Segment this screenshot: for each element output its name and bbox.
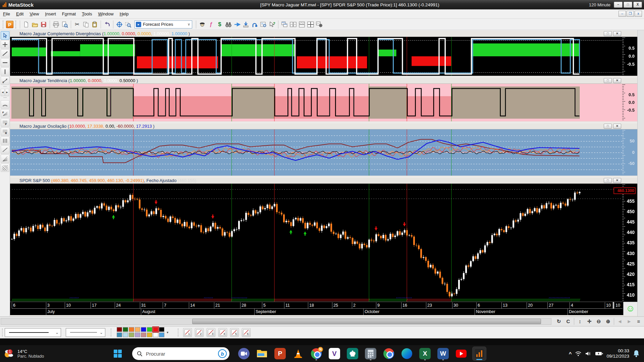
panel-maximize-button[interactable]: □ — [604, 78, 612, 83]
fan-lines-tool[interactable] — [1, 155, 9, 163]
panel-close-button[interactable]: ✕ — [613, 78, 621, 83]
taskbar-chat-app-icon[interactable] — [237, 347, 251, 361]
taskbar-chrome-icon[interactable] — [382, 347, 396, 361]
chart-vertical-scrollbar[interactable] — [637, 30, 644, 316]
explorer-button[interactable] — [198, 20, 207, 29]
menu-format[interactable]: Format — [59, 10, 79, 18]
panel-close-button[interactable]: ✕ — [613, 178, 621, 183]
cascade-windows-button[interactable] — [280, 20, 289, 29]
horizontal-scrollbar[interactable] — [1, 318, 551, 325]
taskbar-chess-icon[interactable]: ♚ — [345, 347, 360, 361]
fib-retracement-tool[interactable]: R — [1, 127, 9, 136]
color-swatch[interactable] — [141, 333, 146, 337]
panel-close-button[interactable]: ✕ — [613, 124, 621, 129]
taskbar-metastock-icon[interactable] — [472, 347, 486, 361]
color-swatch[interactable] — [159, 327, 164, 332]
fit-vertical-button[interactable]: ↕ — [575, 317, 585, 325]
trend-template-button-4[interactable]: 4 — [218, 328, 227, 337]
trendline-tool[interactable] — [1, 49, 9, 58]
search-input[interactable]: Procurar b — [132, 347, 229, 360]
color-swatch[interactable] — [135, 333, 140, 337]
panel-maximize-button[interactable]: □ — [604, 124, 612, 129]
color-swatch[interactable] — [117, 333, 122, 337]
fib-fan-tool[interactable]: F — [1, 109, 9, 118]
menu-tools[interactable]: Tools — [79, 10, 95, 18]
palette-more-arrow[interactable]: ▾ — [167, 330, 168, 334]
paste-button[interactable] — [90, 20, 99, 29]
open-button[interactable] — [31, 20, 39, 29]
line-weight-dropdown[interactable]: ⌄ — [66, 328, 105, 337]
refresh-button[interactable]: ↻ — [554, 317, 564, 325]
taskbar-calculator-icon[interactable] — [364, 347, 378, 361]
sl-line-tool[interactable]: SL — [1, 76, 9, 85]
taskbar-excel-icon[interactable]: X — [418, 347, 432, 361]
trend-template-button-2[interactable]: 2 — [195, 328, 204, 337]
properties-button[interactable]: P — [5, 20, 14, 29]
trend-template-button-1[interactable]: 1 — [183, 328, 192, 337]
battery-icon[interactable] — [595, 351, 603, 356]
mdi-minimize-button[interactable]: – — [619, 11, 626, 17]
data-window-button[interactable]: ≡ — [634, 317, 643, 325]
color-swatch[interactable] — [129, 327, 134, 332]
cut-button[interactable]: ✂ — [73, 20, 82, 29]
taskbar-powerpoint-icon[interactable]: P — [273, 347, 287, 361]
price-style-combobox[interactable]: ▸Forecast Prices∨ — [135, 20, 192, 28]
clock-widget[interactable]: 00:33 09/12/2023 — [606, 348, 629, 359]
pointer-tool[interactable] — [1, 31, 9, 40]
line-style-dropdown[interactable]: ⌄ — [5, 328, 61, 337]
volume-icon[interactable] — [585, 351, 592, 356]
wifi-icon[interactable] — [575, 351, 582, 356]
start-button[interactable] — [111, 347, 125, 361]
tray-chevron-icon[interactable]: ^ — [569, 351, 572, 357]
color-swatch[interactable] — [153, 333, 158, 337]
dollar-button[interactable]: $ — [215, 20, 224, 29]
color-swatch[interactable] — [159, 333, 164, 337]
taskbar-youtube-icon[interactable] — [454, 347, 468, 361]
page-back-button[interactable]: ◄ — [615, 317, 625, 325]
menu-file[interactable]: File — [0, 10, 13, 18]
trend-template-button-6[interactable]: 6 — [242, 328, 251, 337]
menu-help[interactable]: Help — [117, 10, 132, 18]
color-swatch[interactable] — [153, 327, 158, 332]
taskbar-chrome-n-icon[interactable]: N — [309, 347, 323, 361]
cycle-lines-tool[interactable] — [1, 136, 9, 145]
taskbar-word-icon[interactable]: W — [436, 347, 450, 361]
trend-template-button-5[interactable]: 5 — [230, 328, 239, 337]
print-preview-button[interactable] — [60, 20, 69, 29]
color-swatch[interactable] — [135, 327, 140, 332]
tile-grid-button[interactable] — [306, 20, 315, 29]
panel-maximize-button[interactable]: □ — [604, 31, 612, 36]
menu-edit[interactable]: Edit — [13, 10, 26, 18]
crosshair-tool[interactable] — [1, 40, 9, 49]
color-swatch[interactable] — [141, 327, 146, 332]
panel-plot-oscilacao[interactable] — [10, 129, 637, 176]
panel-plot-tendencia[interactable] — [10, 84, 637, 121]
expert-advisor-button[interactable] — [233, 20, 241, 29]
minimize-button[interactable]: – — [614, 2, 623, 8]
regression-tool[interactable] — [1, 145, 9, 154]
plugin-button[interactable] — [250, 20, 259, 29]
report-preview-button[interactable] — [259, 20, 268, 29]
pan-button[interactable]: ✛ — [585, 317, 594, 325]
recalc-c-button[interactable]: C — [564, 317, 573, 325]
undo-button[interactable] — [103, 20, 111, 29]
page-left-button[interactable]: ◄ — [1, 89, 5, 96]
trend-template-button-3[interactable]: 3 — [207, 328, 215, 337]
tile-vertical-button[interactable] — [298, 20, 306, 29]
new-chart-button[interactable] — [22, 20, 31, 29]
page-forward-button[interactable]: ► — [625, 317, 634, 325]
taskbar-file-explorer-icon[interactable] — [255, 347, 269, 361]
fib-projection-tool[interactable]: P — [1, 118, 9, 127]
panel-close-button[interactable]: ✕ — [613, 31, 621, 36]
color-swatch[interactable] — [117, 327, 122, 332]
print-button[interactable] — [52, 20, 60, 29]
panel-maximize-button[interactable]: □ — [604, 178, 612, 183]
zoom-box-button[interactable] — [124, 20, 132, 29]
save-button[interactable] — [39, 20, 48, 29]
arc-tool[interactable] — [1, 100, 9, 109]
indicator-builder-button[interactable]: ƒ — [207, 20, 215, 29]
taskbar-visual-studio-icon[interactable]: V — [327, 347, 341, 361]
binoculars-button[interactable] — [224, 20, 233, 29]
vertical-line-tool[interactable] — [1, 67, 9, 76]
context-help-button[interactable]: ? — [268, 20, 276, 29]
